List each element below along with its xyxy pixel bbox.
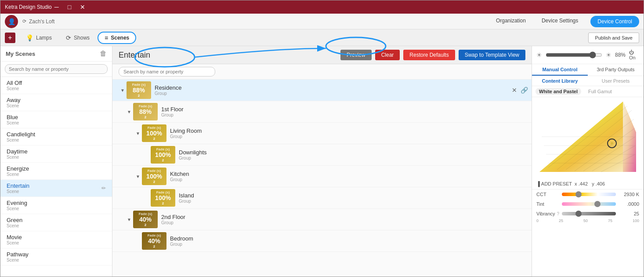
scene-list: ▼ Fade (s) 88% 2 Residence Group ✕ 🔗 [112,80,532,277]
sidebar-item-pathway[interactable]: Pathway Scene [0,248,112,266]
cct-label: CCT [536,192,558,197]
close-button[interactable]: ✕ [77,3,88,11]
scene-row-1stfloor[interactable]: ▼ Fade (s) 88% 2 1st Floor Group [112,101,532,123]
close-icon[interactable]: ✕ [512,87,517,94]
scene-row-downlights[interactable]: Fade (s) 100% 2 Downlights Group [112,144,532,166]
tint-row: Tint .0000 [532,199,644,209]
scene-title: Entertain [119,51,337,60]
center-header: Entertain Preview Clear Restore Defaults… [112,46,532,64]
tint-value: .0000 [619,201,639,207]
tint-track[interactable] [562,202,616,206]
color-tab-white-pastel[interactable]: White and Pastel [535,88,581,95]
preview-button[interactable]: Preview [340,50,372,60]
scene-row-livingroom[interactable]: ▼ Fade (s) 100% 2 Living Room Group [112,123,532,144]
sidebar-title: My Scenes [6,51,35,57]
vibrancy-thumb[interactable] [575,211,582,217]
sidebar-item-green[interactable]: Green Scene [0,214,112,231]
color-gamut[interactable] [532,97,644,179]
scene-row-2ndfloor[interactable]: ▼ Fade (s) 40% 2 2nd Floor Group [112,209,532,230]
sidebar-search [0,62,112,77]
user-info: ⟳ Zach's Loft [22,18,54,25]
sidebar-list: All Off Scene Away Scene Blue Scen [0,77,112,277]
expand-icon[interactable]: ▼ [127,109,133,114]
publish-save-button[interactable]: Publish and Save [588,33,639,43]
add-preset-button[interactable]: ▐ ADD PRESET [536,181,572,186]
scene-info-kitchen: Kitchen Group [170,171,528,182]
vibrancy-label: Vibrancy ? [536,211,558,216]
right-subtabs: Content Library User Presets [532,76,644,86]
tabbar: + 💡 Lamps ⟳ Shows ≡ Scenes Publish and S… [0,29,644,46]
tab-lamps-label: Lamps [36,35,52,41]
tab-scenes-label: Scenes [111,35,129,41]
fade-box-1stfloor: Fade (s) 88% 2 [133,103,158,120]
scene-row-residence[interactable]: ▼ Fade (s) 88% 2 Residence Group ✕ 🔗 [112,80,532,101]
tint-thumb[interactable] [594,201,601,207]
scene-info-bedroom: Bedroom Group [170,235,528,247]
sidebar-item-candlelight[interactable]: Candlelight Scene [0,128,112,146]
vibrancy-scale: 0 25 50 75 100 [532,219,644,225]
link-icon[interactable]: 🔗 [521,87,528,94]
subtab-user-presets[interactable]: User Presets [588,76,644,86]
nav-links: Organization Device Settings Device Cont… [492,16,639,27]
center-search-input[interactable] [119,67,215,77]
right-tabs: Manual Control 3rd Party Outputs [532,64,644,76]
expand-icon[interactable]: ▼ [127,217,133,222]
swap-template-button[interactable]: Swap to Template View [459,50,525,60]
vibrancy-value: 25 [619,211,639,216]
restore-defaults-button[interactable]: Restore Defaults [403,50,455,60]
nav-device-settings[interactable]: Device Settings [538,16,582,27]
tab-scenes[interactable]: ≡ Scenes [98,32,136,44]
add-tab-button[interactable]: + [5,33,15,43]
user-name: Zach's Loft [29,18,54,25]
tab-lamps[interactable]: 💡 Lamps [20,33,58,43]
delete-scene-button[interactable]: 🗑 [100,50,107,58]
maximize-button[interactable]: □ [65,3,74,11]
add-preset-bar: ▐ ADD PRESET x .442 y .406 [532,179,644,190]
fade-box-livingroom: Fade (s) 100% 2 [142,124,166,142]
cct-track[interactable] [562,193,616,196]
navbar: 👤 ⟳ Zach's Loft Organization Device Sett… [0,14,644,29]
tint-label: Tint [536,201,558,207]
sidebar: My Scenes 🗑 All Off Scene Aw [0,46,112,277]
sidebar-item-blue[interactable]: Blue Scene [0,111,112,128]
sidebar-item-evening[interactable]: Evening Scene [0,197,112,214]
sidebar-item-entertain[interactable]: Entertain Scene ✏ [0,180,112,197]
edit-icon: ✏ [101,185,106,191]
sidebar-item-away[interactable]: Away Scene [0,94,112,111]
brightness-slider[interactable] [546,51,602,58]
lamps-icon: 💡 [26,34,33,41]
scene-info-downlights: Downlights Group [179,149,528,160]
sidebar-search-input[interactable] [5,64,108,74]
titlebar: Ketra Design Studio ─ □ ✕ [0,0,644,14]
fade-box-downlights: Fade (s) 100% 2 [151,146,175,164]
cct-value: 2930 K [619,192,639,197]
fade-box-residence: Fade (s) 88% 2 [127,81,151,99]
minimize-button[interactable]: ─ [52,3,62,11]
brightness-icon: ☀ [536,51,542,58]
add-preset-label: ADD PRESET [541,181,572,186]
tab-3rd-party[interactable]: 3rd Party Outputs [588,64,644,76]
sidebar-item-daytime[interactable]: Daytime Scene [0,146,112,163]
vibrancy-track[interactable] [562,212,616,215]
scene-actions-residence: ✕ 🔗 [512,87,528,94]
power-button[interactable]: ⏻ On [629,50,639,60]
subtab-content-library[interactable]: Content Library [532,76,588,86]
nav-organization[interactable]: Organization [492,16,529,27]
sidebar-item-movie[interactable]: Movie Scene [0,231,112,248]
tab-shows[interactable]: ⟳ Shows [60,33,96,43]
scene-row-kitchen[interactable]: ▼ Fade (s) 100% 2 Kitchen Group [112,166,532,187]
cct-row: CCT 2930 K [532,190,644,199]
expand-icon[interactable]: ▼ [136,174,142,179]
expand-icon[interactable]: ▼ [136,131,142,136]
scene-info-island: Island Group [179,192,528,204]
scene-row-island[interactable]: Fade (s) 100% 2 Island Group [112,187,532,209]
expand-icon[interactable]: ▼ [120,88,127,93]
tab-manual-control[interactable]: Manual Control [532,64,588,76]
sidebar-item-alloff[interactable]: All Off Scene [0,77,112,94]
scene-row-bedroom[interactable]: Fade (s) 40% 2 Bedroom Group [112,230,532,252]
sidebar-item-energize[interactable]: Energize Scene [0,163,112,180]
nav-device-control[interactable]: Device Control [590,16,639,27]
cct-thumb[interactable] [575,191,582,197]
color-tab-full-gamut[interactable]: Full Gamut [585,88,615,95]
clear-button[interactable]: Clear [375,50,400,60]
